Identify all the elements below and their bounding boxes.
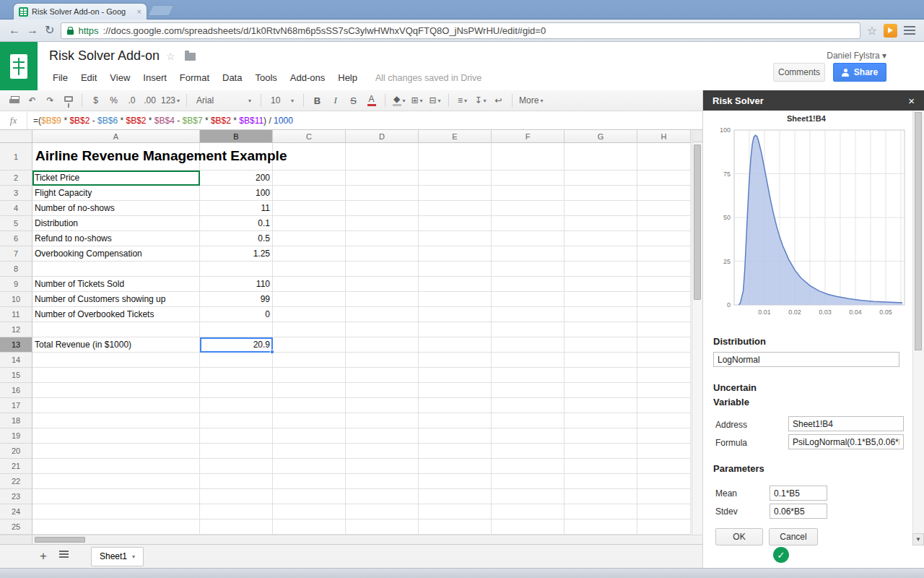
row-header-17[interactable]: 17 <box>0 398 32 413</box>
cell-F9[interactable] <box>492 277 565 292</box>
cell-E9[interactable] <box>419 277 492 292</box>
currency-format-button[interactable]: $ <box>87 92 104 108</box>
strikethrough-button[interactable]: S <box>345 92 362 108</box>
cell-E16[interactable] <box>419 383 492 398</box>
cell-A11[interactable]: Number of Overbooked Tickets <box>32 307 200 322</box>
cell-D11[interactable] <box>346 307 419 322</box>
cell-G12[interactable] <box>565 322 637 337</box>
cell-D17[interactable] <box>346 398 419 413</box>
cell-C4[interactable] <box>273 201 346 216</box>
row-header-24[interactable]: 24 <box>0 504 32 519</box>
text-wrap-button[interactable]: ↩ <box>490 92 507 108</box>
cell-C13[interactable] <box>273 337 346 353</box>
cell-A21[interactable] <box>32 459 200 474</box>
cell-E14[interactable] <box>419 353 492 368</box>
cell-H23[interactable] <box>637 489 691 504</box>
cell-B6[interactable]: 0.5 <box>200 231 273 246</box>
cell-D24[interactable] <box>346 504 419 519</box>
horizontal-scrollbar[interactable] <box>0 535 702 544</box>
cell-D22[interactable] <box>346 474 419 489</box>
cell-G21[interactable] <box>565 459 637 474</box>
cell-E8[interactable] <box>419 262 492 277</box>
cell-A16[interactable] <box>32 383 200 398</box>
row-header-14[interactable]: 14 <box>0 353 32 368</box>
cell-B12[interactable] <box>200 322 273 337</box>
cell-F25[interactable] <box>492 519 565 535</box>
cell-G15[interactable] <box>565 368 637 383</box>
mean-input[interactable] <box>770 486 827 501</box>
cell-D20[interactable] <box>346 444 419 459</box>
sidebar-close-icon[interactable]: × <box>908 95 915 107</box>
vertical-scrollbar-thumb[interactable] <box>694 144 701 300</box>
cell-C7[interactable] <box>273 246 346 262</box>
redo-button[interactable]: ↷ <box>42 92 58 108</box>
cell-A24[interactable] <box>32 504 200 519</box>
cell-B23[interactable] <box>200 489 273 504</box>
cell-D6[interactable] <box>346 231 419 246</box>
sidebar-formula-input[interactable] <box>788 434 904 449</box>
cell-A9[interactable]: Number of Tickets Sold <box>32 277 200 292</box>
number-format-button[interactable]: 123▾ <box>160 92 181 108</box>
menu-view[interactable]: View <box>103 69 136 86</box>
cell-F17[interactable] <box>492 398 565 413</box>
cell-E2[interactable] <box>419 171 492 186</box>
cell-D3[interactable] <box>346 186 419 201</box>
cell-H15[interactable] <box>637 368 691 383</box>
cell-C22[interactable] <box>273 474 346 489</box>
cell-E6[interactable] <box>419 231 492 246</box>
cell-C12[interactable] <box>273 322 346 337</box>
user-account-menu[interactable]: Daniel Fylstra ▾ <box>827 51 886 61</box>
cell-A10[interactable]: Number of Customers showing up <box>32 292 200 307</box>
cell-H20[interactable] <box>637 444 691 459</box>
row-header-3[interactable]: 3 <box>0 186 32 201</box>
cell-F13[interactable] <box>492 337 565 353</box>
cell-G20[interactable] <box>565 444 637 459</box>
cell-D10[interactable] <box>346 292 419 307</box>
row-header-23[interactable]: 23 <box>0 489 32 504</box>
row-header-16[interactable]: 16 <box>0 383 32 398</box>
cell-H21[interactable] <box>637 459 691 474</box>
cell-C21[interactable] <box>273 459 346 474</box>
cell-B8[interactable] <box>200 262 273 277</box>
cell-G17[interactable] <box>565 398 637 413</box>
cell-F21[interactable] <box>492 459 565 474</box>
row-header-20[interactable]: 20 <box>0 444 32 459</box>
cell-C2[interactable] <box>273 171 346 186</box>
browser-tab[interactable]: Risk Solver Add-on - Goog × <box>13 3 147 20</box>
cell-F16[interactable] <box>492 383 565 398</box>
cell-A22[interactable] <box>32 474 200 489</box>
cell-A20[interactable] <box>32 444 200 459</box>
cell-H18[interactable] <box>637 413 691 428</box>
cell-B21[interactable] <box>200 459 273 474</box>
increase-decimal-button[interactable]: .00 <box>141 92 158 108</box>
cell-B19[interactable] <box>200 428 273 444</box>
move-to-folder-icon[interactable] <box>185 53 196 61</box>
address-input[interactable] <box>788 416 904 431</box>
cell-B20[interactable] <box>200 444 273 459</box>
cell-D25[interactable] <box>346 519 419 535</box>
cell-H8[interactable] <box>637 262 691 277</box>
cell-A12[interactable] <box>32 322 200 337</box>
column-header-B[interactable]: B <box>200 130 273 143</box>
cell-E1[interactable] <box>419 143 492 171</box>
cell-H11[interactable] <box>637 307 691 322</box>
cell-D4[interactable] <box>346 201 419 216</box>
cancel-button[interactable]: Cancel <box>769 528 818 545</box>
row-header-19[interactable]: 19 <box>0 428 32 444</box>
cell-H19[interactable] <box>637 428 691 444</box>
cell-F1[interactable] <box>492 143 565 171</box>
cell-D8[interactable] <box>346 262 419 277</box>
cell-B14[interactable] <box>200 353 273 368</box>
sheet-tab-sheet1[interactable]: Sheet1 ▾ <box>91 547 144 566</box>
row-header-15[interactable]: 15 <box>0 368 32 383</box>
ok-button[interactable]: OK <box>715 528 763 545</box>
cell-B11[interactable]: 0 <box>200 307 273 322</box>
row-header-6[interactable]: 6 <box>0 231 32 246</box>
cell-D5[interactable] <box>346 216 419 231</box>
cell-A18[interactable] <box>32 413 200 428</box>
italic-button[interactable]: I <box>327 92 344 108</box>
more-button[interactable]: More▾ <box>518 92 544 108</box>
cell-D16[interactable] <box>346 383 419 398</box>
cell-G5[interactable] <box>565 216 637 231</box>
row-header-9[interactable]: 9 <box>0 277 32 292</box>
